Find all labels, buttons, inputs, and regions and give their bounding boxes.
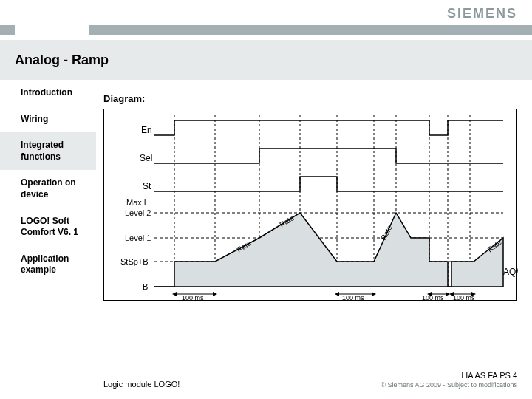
signal-sel xyxy=(154,149,503,163)
label-maxl: Max.L xyxy=(126,198,149,207)
footer: Logic module LOGO! I IA AS FA PS 4 © Sie… xyxy=(103,371,517,389)
timing-annotations: 100 ms 100 ms 100 ms 100 ms xyxy=(174,294,475,301)
page-title: Analog - Ramp xyxy=(15,52,109,68)
timing-diagram: En Sel St Max.L Level 2 Level 1 StSp+B B… xyxy=(103,109,517,301)
sidebar-item-application-example[interactable]: Application example xyxy=(0,246,96,284)
signal-st xyxy=(154,177,503,191)
top-band xyxy=(0,25,532,35)
sidebar-item-integrated-functions[interactable]: Integrated functions xyxy=(0,132,96,170)
label-level1: Level 1 xyxy=(125,233,151,242)
label-output: AQ# xyxy=(503,267,518,277)
title-bar: Analog - Ramp xyxy=(0,40,532,80)
siemens-logo: SIEMENS xyxy=(447,6,517,21)
diagram-svg: En Sel St Max.L Level 2 Level 1 StSp+B B… xyxy=(104,109,518,301)
svg-text:100 ms: 100 ms xyxy=(342,294,364,301)
sidebar-item-introduction[interactable]: Introduction xyxy=(0,80,96,106)
label-b: B xyxy=(143,282,148,291)
sidebar: Introduction Wiring Integrated functions… xyxy=(0,80,96,284)
copyright: © Siemens AG 2009 - Subject to modificat… xyxy=(381,381,517,389)
svg-text:100 ms: 100 ms xyxy=(453,294,475,301)
sidebar-item-operation[interactable]: Operation on device xyxy=(0,170,96,208)
label-stspb: StSp+B xyxy=(120,257,149,266)
label-en: En xyxy=(141,125,152,135)
label-sel: Sel xyxy=(140,153,152,163)
content-area: Diagram: En Sel St xyxy=(103,93,517,301)
footer-left: Logic module LOGO! xyxy=(103,380,180,389)
analog-ramp xyxy=(154,213,503,287)
footer-right: I IA AS FA PS 4 xyxy=(381,371,517,380)
label-st: St xyxy=(143,181,151,191)
diagram-heading: Diagram: xyxy=(103,93,517,104)
sidebar-item-wiring[interactable]: Wiring xyxy=(0,106,96,133)
label-level2: Level 2 xyxy=(125,208,151,217)
svg-text:100 ms: 100 ms xyxy=(422,294,444,301)
sidebar-item-soft-comfort[interactable]: LOGO! Soft Comfort V6. 1 xyxy=(0,208,96,246)
svg-text:100 ms: 100 ms xyxy=(182,294,204,301)
signal-en xyxy=(154,120,503,135)
